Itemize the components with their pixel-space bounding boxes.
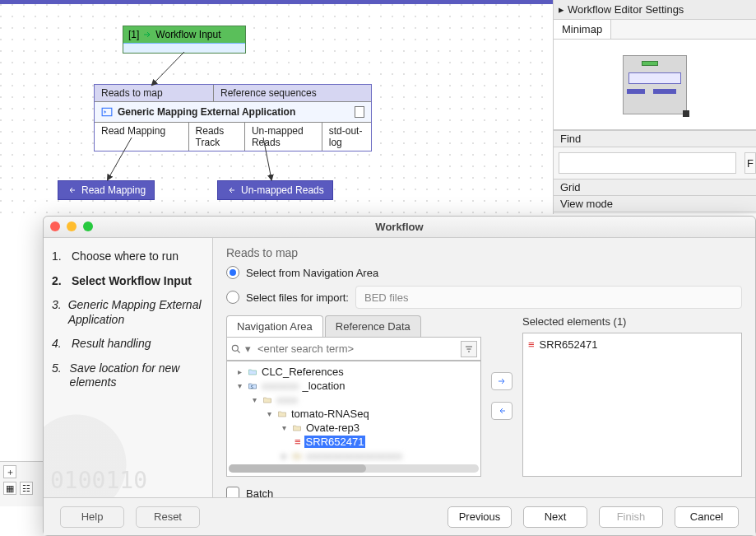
previous-button[interactable]: Previous: [448, 506, 512, 528]
reads-icon: ≡: [528, 338, 535, 351]
radio-select-navigation[interactable]: Select from Navigation Area: [226, 266, 742, 279]
add-selection-button[interactable]: [491, 372, 513, 390]
cancel-button[interactable]: Cancel: [675, 506, 739, 528]
tree-label: Ovate-rep3: [306, 422, 359, 434]
canvas-footer-toolbar: ＋ ▦ ☷: [0, 461, 43, 506]
add-icon[interactable]: ＋: [3, 465, 16, 478]
tree-item-ovate[interactable]: ▾ Ovate-rep3: [229, 421, 479, 435]
radio-nav-label: Select from Navigation Area: [246, 267, 378, 279]
reset-button[interactable]: Reset: [136, 506, 200, 528]
wizard-step-5[interactable]: Save location for new elements: [52, 361, 206, 390]
chevron-down-icon: ▾: [250, 395, 258, 404]
workflow-tool-node[interactable]: Reads to map Reference sequences Generic…: [94, 84, 372, 151]
layout-icon[interactable]: ▦: [3, 482, 16, 495]
tab-reference-data[interactable]: Reference Data: [325, 315, 421, 337]
tab-navigation-area[interactable]: Navigation Area: [226, 315, 323, 337]
watermark-icon: 0100110: [44, 399, 213, 497]
workflow-input-index: [1]: [128, 29, 139, 40]
step-heading: Reads to map: [226, 246, 742, 259]
search-icon: [230, 343, 242, 355]
close-icon[interactable]: [50, 221, 60, 231]
selected-elements-list[interactable]: ≡ SRR652471: [522, 333, 742, 477]
settings-panel: ▸ Workflow Editor Settings Minimap Find …: [553, 0, 756, 214]
minimap[interactable]: [554, 40, 756, 130]
workflow-wizard-dialog: Workflow Choose where to run Select Work…: [43, 216, 756, 536]
remove-selection-button[interactable]: [491, 402, 513, 420]
filter-button[interactable]: [461, 341, 477, 357]
tree-label: tomato-RNASeq: [291, 408, 369, 420]
arrow-right-icon: [142, 30, 152, 40]
folder-icon: [291, 423, 303, 433]
find-section-label: Find: [554, 130, 756, 147]
radio-import-label: Select files for import:: [246, 291, 349, 304]
svg-rect-0: [102, 108, 112, 115]
tree-item-clc-references[interactable]: ▸ CLC_References: [229, 365, 479, 379]
dialog-title: Workflow: [375, 221, 423, 233]
out-port-unmapped[interactable]: Un-mapped Reads: [245, 123, 322, 151]
wizard-step-4[interactable]: Result handling: [52, 337, 206, 352]
help-button[interactable]: Help: [60, 506, 124, 528]
out-port-read-mapping[interactable]: Read Mapping: [95, 123, 189, 151]
grid-section-label: Grid: [554, 179, 756, 196]
horizontal-scrollbar[interactable]: [229, 464, 479, 473]
folder-icon: [276, 409, 288, 419]
chevron-down-icon: ▾: [235, 381, 243, 390]
in-port-reads[interactable]: Reads to map: [95, 85, 214, 101]
tree-label-blurred: xxxx: [276, 394, 298, 406]
tab-minimap[interactable]: Minimap: [554, 20, 611, 39]
arrow-left-icon: [496, 406, 508, 416]
tree-item-location[interactable]: ▾ S xxxxxxx_location: [229, 379, 479, 393]
folder-s-icon: S: [247, 381, 258, 391]
dialog-titlebar[interactable]: Workflow: [44, 217, 755, 238]
next-button[interactable]: Next: [523, 506, 587, 528]
radio-icon: [226, 266, 239, 279]
chevron-right-icon: ▸: [235, 367, 243, 376]
tree-label: _location: [303, 380, 346, 392]
filter-icon: [464, 344, 474, 354]
tree-item-sub[interactable]: ▾ xxxx: [229, 393, 479, 407]
resize-handle-icon[interactable]: [683, 110, 689, 117]
arrow-left-hollow-icon: [67, 185, 77, 195]
batch-label: Batch: [246, 487, 273, 498]
wizard-step-2[interactable]: Select Workflow Input: [52, 274, 206, 289]
minimize-icon[interactable]: [67, 221, 77, 231]
terminal-icon: [101, 106, 113, 118]
wizard-step-3[interactable]: Generic Mapping External Application: [52, 298, 206, 327]
svg-point-1: [232, 345, 238, 351]
chevron-down-icon: ▾: [265, 409, 273, 418]
import-format-select[interactable]: BED files: [355, 286, 742, 309]
workflow-canvas[interactable]: [1] Workflow Input Reads to map Referenc…: [0, 0, 553, 214]
tree-item-srr[interactable]: ≡ SRR652471: [229, 435, 479, 449]
workflow-input-node[interactable]: [1] Workflow Input: [123, 26, 246, 54]
workflow-output-unmapped[interactable]: Un-mapped Reads: [217, 180, 333, 200]
folder-icon: [247, 367, 258, 377]
navigation-tree[interactable]: ▸ CLC_References ▾ S xxxxxxx_location ▾: [226, 361, 481, 477]
selected-item[interactable]: ≡ SRR652471: [528, 338, 736, 351]
wizard-steps-sidebar: Choose where to run Select Workflow Inpu…: [44, 238, 213, 497]
arrow-right-icon: [496, 376, 508, 386]
out-port-reads-track[interactable]: Reads Track: [189, 123, 245, 151]
chevron-right-icon[interactable]: ▸: [559, 3, 564, 16]
chevron-down-icon: ▾: [280, 423, 288, 432]
workflow-input-label: Workflow Input: [155, 29, 220, 40]
find-button[interactable]: F: [744, 152, 756, 174]
wizard-step-1[interactable]: Choose where to run: [52, 249, 206, 264]
in-port-reference[interactable]: Reference sequences: [214, 85, 323, 101]
batch-checkbox[interactable]: [226, 487, 239, 497]
viewmode-section-label: View mode: [554, 196, 756, 212]
output-rm-label: Read Mapping: [81, 184, 146, 196]
workflow-node-title: Generic Mapping External Application: [118, 106, 295, 118]
workflow-output-read-mapping[interactable]: Read Mapping: [58, 180, 155, 200]
tree-label: CLC_References: [262, 366, 344, 378]
out-port-stdout[interactable]: std-out-log: [322, 123, 371, 151]
tree-icon[interactable]: ☷: [20, 482, 33, 495]
tree-item-blurred[interactable]: ▸ xxxxxxxxxxxxxxxxxx: [229, 449, 479, 463]
radio-select-import[interactable]: Select files for import: BED files: [226, 286, 742, 309]
dialog-footer: Help Reset Previous Next Finish Cancel: [44, 497, 755, 535]
zoom-icon[interactable]: [83, 221, 93, 231]
search-input[interactable]: [254, 339, 457, 358]
find-input[interactable]: [559, 152, 736, 174]
reads-icon: ≡: [295, 436, 301, 448]
radio-icon: [226, 291, 239, 304]
tree-item-tomato[interactable]: ▾ tomato-RNASeq: [229, 407, 479, 421]
